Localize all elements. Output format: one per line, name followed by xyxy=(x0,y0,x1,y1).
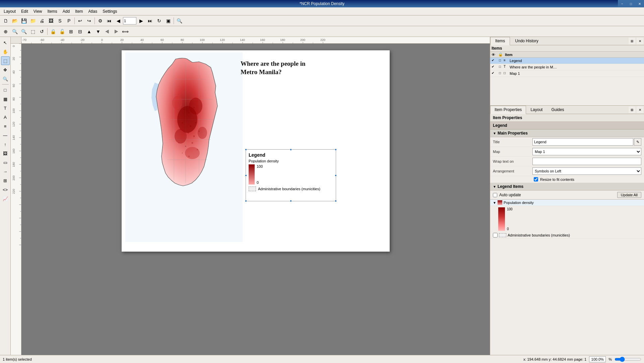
visibility-toggle-map[interactable]: ✔ xyxy=(492,71,496,76)
maximize-button[interactable]: □ xyxy=(627,0,635,7)
tab-guides[interactable]: Guides xyxy=(547,106,568,114)
map-title[interactable]: Where are the people in Metro Manila? xyxy=(241,60,355,76)
ungroup-button[interactable]: ⊟ xyxy=(76,27,84,36)
menu-item[interactable]: Item xyxy=(73,8,85,15)
lock-layers-button[interactable]: 🔒 xyxy=(49,27,57,36)
props-panel-options-button[interactable]: ⊞ xyxy=(629,106,635,113)
menu-layout[interactable]: Layout xyxy=(1,8,18,15)
visibility-toggle-title[interactable]: ✔ xyxy=(492,65,496,69)
distribute-button[interactable]: ⟺ xyxy=(121,27,130,36)
pointer-tool-button[interactable]: ↖ xyxy=(1,38,10,47)
resize-checkbox[interactable] xyxy=(534,177,538,182)
items-panel-options-button[interactable]: ✕ xyxy=(637,38,643,44)
save-as-button[interactable]: 📁 xyxy=(28,16,37,25)
title-edit-button[interactable]: ✎ xyxy=(634,138,641,146)
redo-button[interactable]: ↪ xyxy=(85,16,93,25)
save-button[interactable]: 💾 xyxy=(19,16,28,25)
legend-items-header[interactable]: ▼ Legend Items xyxy=(490,183,644,191)
tab-item-properties[interactable]: Item Properties xyxy=(490,106,526,114)
undo-button[interactable]: ↩ xyxy=(76,16,84,25)
add-shape-button[interactable]: ▭ xyxy=(1,158,10,167)
lock-toggle-title[interactable]: □ xyxy=(498,65,502,69)
open-button[interactable]: 📂 xyxy=(10,16,19,25)
atlas-first-button[interactable]: ⏮ xyxy=(105,16,114,25)
add-elevation-button[interactable]: 📈 xyxy=(1,194,10,203)
menu-add[interactable]: Add xyxy=(60,8,72,15)
density-row[interactable]: ▼ Population density xyxy=(490,200,644,206)
menu-items[interactable]: Items xyxy=(45,8,60,15)
add-table-button[interactable]: ⊞ xyxy=(1,176,10,185)
tab-layout[interactable]: Layout xyxy=(526,106,547,114)
zoom-input[interactable] xyxy=(589,356,606,362)
list-item-legend[interactable]: ✔ □ ≡ Legend xyxy=(490,58,644,64)
zoom-tool-button[interactable]: 🔍 xyxy=(1,74,10,83)
minimize-button[interactable]: − xyxy=(618,0,627,7)
add-arrow-button[interactable]: → xyxy=(1,167,10,176)
zoom-in-canvas-button[interactable]: 🔍 xyxy=(10,27,19,36)
menu-view[interactable]: View xyxy=(31,8,45,15)
add-3dmap-button[interactable]: ▦ xyxy=(1,95,10,103)
zoom-out-canvas-button[interactable]: 🔍 xyxy=(19,27,28,36)
update-all-button[interactable]: Update All xyxy=(617,192,641,198)
wrap-text-input[interactable] xyxy=(532,158,641,165)
export-image-button[interactable]: 🖼 xyxy=(47,16,55,25)
add-scalebar-button[interactable]: ― xyxy=(1,131,10,140)
density-expand-icon[interactable]: ▼ xyxy=(493,201,496,205)
export-pdf-button[interactable]: P xyxy=(65,16,73,25)
items-panel-collapse-button[interactable]: ⊞ xyxy=(629,38,635,44)
align-left-button[interactable]: ⫷ xyxy=(103,27,112,36)
auto-update-checkbox[interactable] xyxy=(493,193,497,197)
list-item-title[interactable]: ✔ □ T Where are the people in M… xyxy=(490,64,644,70)
new-button[interactable]: 🗋 xyxy=(1,16,10,25)
boundary-checkbox[interactable] xyxy=(493,233,498,238)
atlas-next-button[interactable]: ▶ xyxy=(137,16,145,25)
menu-atlas[interactable]: Atlas xyxy=(86,8,100,15)
print-button[interactable]: 🖨 xyxy=(38,16,46,25)
add-image-button[interactable]: 🖼 xyxy=(1,149,10,158)
add-label-button[interactable]: T xyxy=(1,104,10,112)
lower-button[interactable]: ▼ xyxy=(94,27,103,36)
raise-button[interactable]: ▲ xyxy=(85,27,93,36)
zoom-button[interactable]: 🔍 xyxy=(175,16,184,25)
arrangement-select[interactable]: Symbols on Left Symbols on Right Symbols… xyxy=(532,167,641,175)
atlas-settings-button[interactable]: ⚙ xyxy=(96,16,105,25)
move-item-content-button[interactable]: ✥ xyxy=(1,65,10,74)
list-item-map[interactable]: ✔ □ □ Map 1 xyxy=(490,70,644,77)
align-right-button[interactable]: ⫸ xyxy=(112,27,121,36)
legend-item[interactable]: Legend Population density 100 0 xyxy=(246,149,336,201)
zoom-slider[interactable] xyxy=(615,357,641,362)
menu-settings[interactable]: Settings xyxy=(100,8,119,15)
title-input[interactable] xyxy=(532,138,633,146)
main-properties-header[interactable]: ▼ Main Properties xyxy=(490,129,644,137)
map-item[interactable] xyxy=(125,52,242,242)
export-svg-button[interactable]: S xyxy=(56,16,64,25)
tab-items[interactable]: Items xyxy=(490,37,510,45)
add-html-button[interactable]: <> xyxy=(1,185,10,194)
boundary-row[interactable]: Administrative boundaries (municities) xyxy=(490,232,644,239)
close-button[interactable]: ✕ xyxy=(635,0,644,7)
zoom-full-button[interactable]: ⊕ xyxy=(1,27,10,36)
atlas-last-button[interactable]: ⏭ xyxy=(146,16,154,25)
lock-toggle-legend[interactable]: □ xyxy=(498,58,502,63)
pan-tool-button[interactable]: ✋ xyxy=(1,47,10,56)
atlas-loop-button[interactable]: ↻ xyxy=(155,16,164,25)
refresh-button[interactable]: ↺ xyxy=(38,27,46,36)
add-legend-button[interactable]: ≡ xyxy=(1,122,10,131)
group-button[interactable]: ⊞ xyxy=(67,27,75,36)
lock-toggle-map[interactable]: □ xyxy=(498,71,502,76)
map-select[interactable]: Map 1 xyxy=(532,148,641,155)
zoom-selection-button[interactable]: ⬚ xyxy=(28,27,37,36)
visibility-toggle-legend[interactable]: ✔ xyxy=(492,58,496,63)
add-north-button[interactable]: ↑ xyxy=(1,140,10,149)
add-text2-button[interactable]: A xyxy=(1,113,10,121)
add-map-button[interactable]: □ xyxy=(1,86,10,94)
unlock-layers-button[interactable]: 🔓 xyxy=(58,27,66,36)
canvas-inner[interactable]: Where are the people in Metro Manila? xyxy=(21,44,490,355)
tab-undo-history[interactable]: Undo History xyxy=(510,37,543,45)
props-panel-close-button[interactable]: ✕ xyxy=(637,106,643,113)
atlas-prev-button[interactable]: ◀ xyxy=(114,16,123,25)
menu-edit[interactable]: Edit xyxy=(19,8,30,15)
page-input[interactable] xyxy=(123,17,136,24)
select-item-button[interactable]: ⬚ xyxy=(1,56,10,65)
atlas-export-button[interactable]: ▣ xyxy=(164,16,173,25)
